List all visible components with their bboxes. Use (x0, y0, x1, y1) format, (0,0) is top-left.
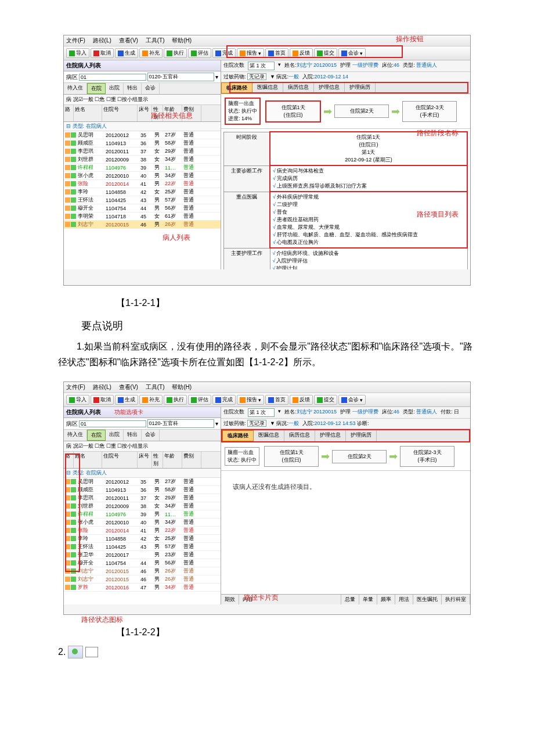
screenshot-2: 文件(F) 路径(L) 查看(V) 工具(T) 帮助(H) 导入 取消 生成 补… (63, 381, 471, 615)
info-bar: 住院次数第 1 次▾ 姓名:刘志宁 20120015 护理 一级护理费 床位:4… (221, 60, 470, 72)
cancel-icon (93, 51, 99, 56)
left-panel: 住院病人列表 病区 01 0120-五官科▾ 待入住 在院 出院 转出 会诊 病… (64, 60, 221, 269)
filter-row: 病 况☑一般 ☐危 ☐重 ☐按小组显示 (64, 95, 221, 105)
tab-pending[interactable]: 待入住 (64, 83, 87, 94)
patient-row[interactable]: 顾咸臣110491336男58岁普通 (64, 486, 221, 494)
menu-help[interactable]: 帮助(H) (172, 37, 192, 44)
detail-area: 时间阶段住院第1天(住院日)第1天2012-09-12 (星期三) 主要诊断工作… (221, 129, 470, 269)
import-icon (69, 51, 75, 56)
tab-nursing[interactable]: 护理信息 (314, 82, 345, 93)
patient-row[interactable]: 刘世群2012000938女34岁普通 (64, 156, 221, 164)
tab-orders[interactable]: 医嘱信息 (252, 82, 283, 93)
patient-row[interactable]: 罗胜2012001647男34岁普通 (64, 584, 221, 592)
patient-row[interactable]: 李明荣110471845女61岁普通 (64, 213, 221, 221)
arrow-icon: ➡ (323, 105, 332, 118)
btn-home[interactable]: 首页 (265, 48, 288, 58)
btn-execute[interactable]: 执行 (164, 48, 187, 58)
patient-row[interactable]: 李思琪2012001137女29岁普通 (64, 494, 221, 502)
tab-transfer[interactable]: 转出 (124, 83, 142, 94)
figure-label-1: 【1-1-2-1】 (116, 297, 499, 309)
complete-icon (215, 51, 221, 56)
btn-consult[interactable]: 会诊▾ (338, 48, 366, 58)
list-item-2: 2. (58, 646, 476, 658)
bottom-columns: 期效内容总量单量频率用法医生嘱托执行科室 (221, 594, 470, 604)
patient-row[interactable]: 张险2012001441男22岁普通 (64, 180, 221, 188)
evaluate-icon (191, 51, 197, 56)
patient-list: 吴思明2012001235男27岁普通顾咸臣110491336男58岁普通李思琪… (64, 131, 221, 269)
tab-consult[interactable]: 会诊 (142, 83, 160, 94)
menu-path[interactable]: 路径(L) (93, 37, 111, 44)
stage-row: 脑瘤一出血状态: 执行中进度: 14% 住院第1天(住院日) ➡ 住院第2天 ➡… (221, 94, 470, 129)
right-panel: 住院次数第 1 次▾ 姓名:刘志宁 20120015 护理 一级护理费 床位:4… (221, 60, 470, 269)
patient-row[interactable]: 顾咸臣110491336男58岁普通 (64, 139, 221, 147)
menubar: 文件(F) 路径(L) 查看(V) 工具(T) 帮助(H) (64, 35, 470, 46)
btn-submit[interactable]: 提交 (314, 48, 337, 58)
patient-row[interactable]: 李玲110485842女25岁普通 (64, 535, 221, 543)
annot-statusico: 路径状态图标 (81, 615, 123, 625)
body-paragraph: 1.如果当前科室或病区，没有使用的路径表，则不会显示"路径状态"图标和"临床路径… (58, 339, 476, 370)
consult-icon (341, 51, 347, 56)
patient-row[interactable]: 穆开全110475444男56岁普通 (64, 559, 221, 567)
menubar: 文件(F) 路径(L) 查看(V) 工具(T) 帮助(H) (64, 382, 470, 393)
tree-header: ⊟ 类型: 在院病人 (64, 122, 221, 131)
ward-name[interactable]: 0120-五官科 (147, 73, 215, 81)
toolbar: 导入 取消 生成 补充 执行 评估 完成 报告▾ 首页 反馈 提交 会诊▾ (64, 393, 470, 407)
btn-complete[interactable]: 完成 (212, 48, 236, 58)
patient-row[interactable]: 张小虎2012001040男34岁普通 (64, 172, 221, 180)
patient-row[interactable]: 张卫华20120017男23岁普通 (64, 551, 221, 559)
submit-icon (317, 51, 323, 56)
section-header: 要点说明 (81, 319, 499, 333)
menu-view[interactable]: 查看(V) (119, 37, 138, 44)
btn-evaluate[interactable]: 评估 (188, 48, 211, 58)
info-bar-2: 过敏药物: 无记录 ▼ 病况:一般 入院:2012-09-12 14 (221, 72, 470, 82)
left-panel: 住院病人列表 功能选项卡 病区 01 0120-五官科▾ 待入住 在院 出院 转… (64, 407, 221, 604)
tab-records[interactable]: 病历信息 (283, 82, 314, 93)
patient-row[interactable]: 许程程110497639男11…普通 (64, 510, 221, 519)
btn-supplement[interactable]: 补充 (139, 48, 163, 58)
report-icon (240, 51, 246, 56)
tab-discharge[interactable]: 出院 (106, 83, 124, 94)
patient-row[interactable]: 许程程110497639男11…普通 (64, 164, 221, 172)
supplement-icon (142, 51, 148, 56)
patient-list-header: 住院病人列表 (64, 60, 221, 71)
stage-1[interactable]: 住院第1天(住院日) (265, 100, 321, 123)
patient-row[interactable]: 刘世群2012000938女34岁普通 (64, 502, 221, 510)
patient-row[interactable]: 张小虎2012001040男34岁普通 (64, 519, 221, 527)
patient-row[interactable]: 王怀法110442543男57岁普通 (64, 196, 221, 204)
ward-code[interactable]: 01 (79, 74, 146, 81)
patient-row[interactable]: 吴思明2012001235男27岁普通 (64, 478, 221, 486)
home-icon (268, 51, 274, 56)
btn-import[interactable]: 导入 (66, 48, 89, 58)
patient-col-headers: 路姓名住院号床号性别年龄费别 (64, 105, 221, 122)
feedback-icon (293, 51, 298, 56)
btn-feedback[interactable]: 反馈 (290, 48, 313, 58)
tab-clinical-path[interactable]: 临床路径 (221, 82, 252, 93)
patient-row[interactable]: 穆开全110475444男56岁普通 (64, 204, 221, 213)
tab-nurse-rec[interactable]: 护理病历 (345, 82, 376, 93)
checkbox-icon (85, 647, 98, 657)
patient-row[interactable]: 吴思明2012001235男27岁普通 (64, 131, 221, 139)
stage-2[interactable]: 住院第2天 (334, 105, 389, 118)
arrow-icon: ➡ (391, 105, 400, 118)
patient-row[interactable]: 王怀法110442543男57岁普通 (64, 543, 221, 551)
btn-generate[interactable]: 生成 (115, 48, 138, 58)
patient-row[interactable]: 李思琪2012001137女29岁普通 (64, 147, 221, 156)
patient-row[interactable]: 刘志宁2012001546男26岁普通 (64, 575, 221, 584)
menu-tools[interactable]: 工具(T) (146, 37, 165, 44)
toolbar: 导入 取消 生成 补充 执行 评估 完成 报告▾ 首页 反馈 提交 会诊▾ (64, 46, 470, 60)
ward-label: 病区 (66, 73, 78, 81)
status-tabs: 待入住 在院 出院 转出 会诊 (64, 83, 221, 95)
stage-3[interactable]: 住院第2-3天(手术日) (402, 101, 457, 122)
patient-row[interactable]: 刘志宁2012001546男26岁普通 (64, 221, 221, 229)
sub-tabs: 临床路径 医嘱信息 病历信息 护理信息 护理病历 (221, 82, 470, 94)
tab-inhosp[interactable]: 在院 (87, 83, 106, 94)
patient-row[interactable]: 李玲110485842女25岁普通 (64, 188, 221, 196)
btn-report[interactable]: 报告▾ (237, 48, 264, 58)
btn-cancel[interactable]: 取消 (91, 48, 114, 58)
detail-table: 时间阶段住院第1天(住院日)第1天2012-09-12 (星期三) 主要诊断工作… (223, 131, 468, 269)
patient-row[interactable]: 刘志宁2012001546男26岁普通 (64, 567, 221, 575)
menu-file[interactable]: 文件(F) (66, 37, 85, 44)
generate-icon (118, 51, 124, 56)
figure-label-2: 【1-1-2-2】 (116, 627, 499, 639)
patient-row[interactable]: 张险2012001441男22岁普通 (64, 527, 221, 535)
